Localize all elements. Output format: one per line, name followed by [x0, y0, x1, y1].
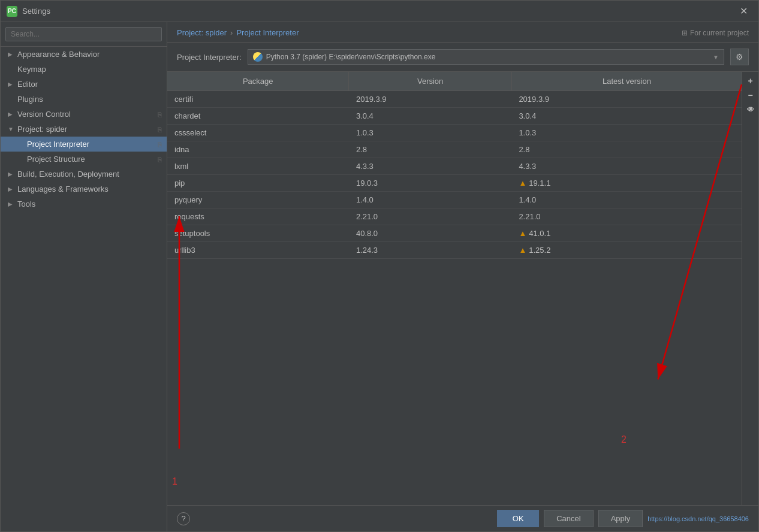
- upgrade-icon: ▲: [519, 229, 526, 238]
- sidebar-item-label: Tools: [17, 200, 35, 208]
- sidebar-item-appearance[interactable]: ▶ Appearance & Behavior: [1, 47, 167, 62]
- sidebar-item-label: Languages & Frameworks: [17, 185, 109, 194]
- sidebar-item-label: Version Control: [17, 110, 71, 119]
- expand-arrow: ▶: [8, 186, 14, 192]
- pkg-version: 19.0.3: [349, 175, 511, 192]
- ok-button[interactable]: OK: [497, 510, 539, 527]
- annotation-1: 1: [172, 476, 177, 487]
- pkg-version: 40.8.0: [349, 225, 511, 242]
- pkg-version: 2.21.0: [349, 208, 511, 225]
- pkg-name: pyquery: [167, 192, 349, 208]
- upgrade-icon: ▲: [519, 179, 526, 188]
- pkg-name: idna: [167, 141, 349, 158]
- pkg-latest: ▲41.0.1: [511, 225, 742, 242]
- for-project-icon: ⊞: [682, 29, 688, 37]
- packages-tbody: certifi 2019.3.9 2019.3.9 chardet 3.0.4 …: [167, 91, 742, 259]
- col-latest[interactable]: Latest version: [511, 72, 742, 91]
- col-version[interactable]: Version: [349, 72, 511, 91]
- sidebar-item-project-structure[interactable]: ▶ Project Structure ⎘: [1, 152, 167, 167]
- apply-button[interactable]: Apply: [598, 510, 643, 527]
- table-row: certifi 2019.3.9 2019.3.9: [167, 91, 742, 108]
- sidebar-item-label: Appearance & Behavior: [17, 50, 100, 59]
- pkg-latest: 2.8: [511, 141, 742, 158]
- sidebar-item-keymap[interactable]: ▶ Keymap: [1, 62, 167, 77]
- help-button[interactable]: ?: [177, 512, 190, 525]
- add-package-button[interactable]: +: [743, 74, 758, 87]
- sidebar-item-label: Project: spider: [17, 125, 67, 134]
- breadcrumb-project[interactable]: Project: spider: [177, 28, 227, 37]
- sidebar-item-version-control[interactable]: ▶ Version Control ⎘: [1, 107, 167, 122]
- sidebar-item-label: Keymap: [17, 65, 46, 74]
- interpreter-value: Python 3.7 (spider) E:\spider\venv\Scrip…: [266, 53, 436, 61]
- main-content: ▶ Appearance & Behavior ▶ Keymap ▶ Edito…: [1, 22, 758, 531]
- cancel-button[interactable]: Cancel: [544, 510, 593, 527]
- pkg-name: lxml: [167, 158, 349, 175]
- table-row: pip 19.0.3 ▲19.1.1: [167, 175, 742, 192]
- sidebar-item-label: Build, Execution, Deployment: [17, 170, 119, 179]
- pkg-latest: 2.21.0: [511, 208, 742, 225]
- upgrade-icon: ▲: [519, 246, 526, 255]
- pkg-version: 3.0.4: [349, 108, 511, 125]
- url-label: https://blog.csdn.net/qq_36658406: [647, 515, 749, 522]
- python-icon: [253, 52, 263, 62]
- sidebar-item-label: Project Interpreter: [27, 140, 89, 149]
- settings-window: PC Settings ✕ ▶ Appearance & Behavior ▶ …: [0, 0, 759, 532]
- breadcrumb-separator: ›: [230, 28, 233, 37]
- view-options-button[interactable]: 👁: [743, 103, 758, 116]
- search-bar: [1, 22, 167, 47]
- pkg-name: certifi: [167, 91, 349, 108]
- table-row: lxml 4.3.3 4.3.3: [167, 158, 742, 175]
- packages-table: Package Version Latest version certifi 2…: [167, 72, 742, 259]
- table-row: idna 2.8 2.8: [167, 141, 742, 158]
- annotation-2: 2: [621, 434, 627, 445]
- breadcrumb: Project: spider › Project Interpreter ⊞ …: [167, 22, 758, 43]
- search-input[interactable]: [5, 27, 162, 41]
- sidebar-item-project-interpreter[interactable]: ▶ Project Interpreter ⎘: [1, 137, 167, 152]
- packages-table-container: Package Version Latest version certifi 2…: [167, 72, 742, 505]
- pkg-name: pip: [167, 175, 349, 192]
- pkg-version: 1.24.3: [349, 242, 511, 259]
- expand-arrow: ▼: [8, 126, 14, 132]
- pkg-name: chardet: [167, 108, 349, 125]
- table-row: chardet 3.0.4 3.0.4: [167, 108, 742, 125]
- interpreter-select[interactable]: Python 3.7 (spider) E:\spider\venv\Scrip…: [248, 49, 724, 65]
- pkg-latest: 4.3.3: [511, 158, 742, 175]
- pkg-version: 1.4.0: [349, 192, 511, 208]
- pkg-version: 1.0.3: [349, 125, 511, 141]
- interpreter-label: Project Interpreter:: [177, 53, 242, 62]
- col-package[interactable]: Package: [167, 72, 349, 91]
- pkg-latest: ▲1.25.2: [511, 242, 742, 259]
- table-header: Package Version Latest version: [167, 72, 742, 91]
- sidebar-item-project-spider[interactable]: ▼ Project: spider ⎘: [1, 122, 167, 137]
- pkg-latest: ▲19.1.1: [511, 175, 742, 192]
- pkg-name: setuptools: [167, 225, 349, 242]
- sidebar-item-tools[interactable]: ▶ Tools: [1, 197, 167, 211]
- pkg-version: 2.8: [349, 141, 511, 158]
- close-button[interactable]: ✕: [735, 3, 752, 19]
- table-actions: + − 👁: [742, 72, 758, 505]
- interpreter-settings-button[interactable]: ⚙: [730, 49, 749, 65]
- sidebar-item-build-execution[interactable]: ▶ Build, Execution, Deployment: [1, 167, 167, 182]
- sidebar-item-editor[interactable]: ▶ Editor: [1, 77, 167, 92]
- pkg-latest: 1.0.3: [511, 125, 742, 141]
- for-project-label: For current project: [690, 29, 749, 37]
- window-title: Settings: [22, 7, 735, 16]
- table-row: setuptools 40.8.0 ▲41.0.1: [167, 225, 742, 242]
- pkg-name: cssselect: [167, 125, 349, 141]
- dropdown-arrow: ▼: [713, 54, 719, 61]
- pkg-name: urllib3: [167, 242, 349, 259]
- sidebar-item-plugins[interactable]: ▶ Plugins: [1, 92, 167, 107]
- sidebar-item-label: Project Structure: [27, 155, 85, 164]
- sidebar-item-languages-frameworks[interactable]: ▶ Languages & Frameworks: [1, 182, 167, 197]
- copy-icon: ⎘: [158, 141, 162, 148]
- interpreter-bar: Project Interpreter: Python 3.7 (spider)…: [167, 43, 758, 72]
- copy-icon: ⎘: [158, 156, 162, 163]
- table-row: requests 2.21.0 2.21.0: [167, 208, 742, 225]
- pkg-version: 2019.3.9: [349, 91, 511, 108]
- remove-package-button[interactable]: −: [743, 89, 758, 102]
- pkg-latest: 3.0.4: [511, 108, 742, 125]
- breadcrumb-current: Project Interpreter: [236, 28, 299, 37]
- pkg-latest: 1.4.0: [511, 192, 742, 208]
- bottom-bar-right: OK Cancel Apply https://blog.csdn.net/qq…: [497, 510, 749, 527]
- bottom-bar: ? OK Cancel Apply https://blog.csdn.net/…: [167, 505, 758, 531]
